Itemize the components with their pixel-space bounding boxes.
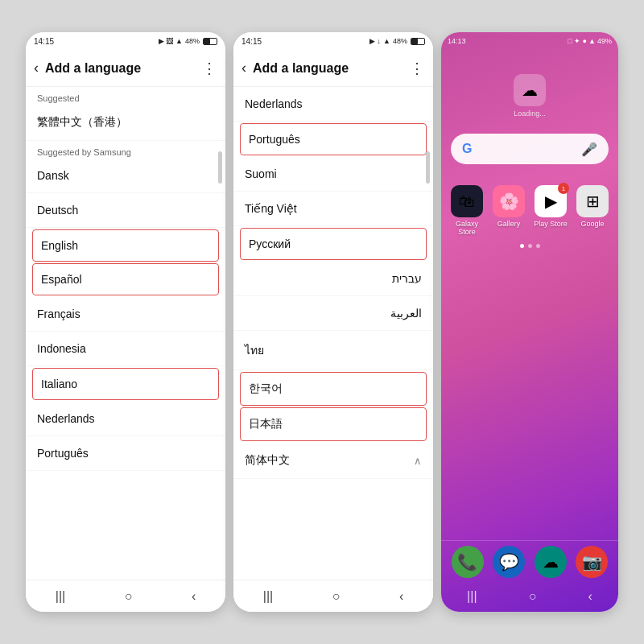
galaxy-store-icon: 🛍 (451, 185, 483, 217)
more-button-left[interactable]: ⋮ (202, 60, 217, 77)
lang-item-english[interactable]: English (32, 229, 219, 262)
page-title-left: Add a language (45, 61, 202, 76)
loading-label: Loading... (514, 109, 546, 118)
status-bar-right: 14:13 □ ✦ ● ▲ 49% (441, 32, 618, 50)
time-left: 14:15 (34, 37, 54, 46)
lang-item-arabic[interactable]: العربية (233, 296, 433, 331)
lang-item-italiano[interactable]: Italiano (32, 368, 219, 400)
signal-left: ▲ (175, 37, 183, 45)
google-label: Google (580, 220, 604, 228)
phone-left: 14:15 ▶ 🖼 ▲ 48% ‹ Add a language ⋮ Sugge… (26, 32, 225, 612)
lang-item-francais[interactable]: Français (26, 297, 225, 332)
lang-item-suomi[interactable]: Suomi (233, 157, 433, 192)
scroll-indicator-left[interactable] (218, 151, 222, 184)
app-play-store[interactable]: ▶ 1 Play Store (533, 185, 568, 236)
dot-1 (520, 244, 524, 248)
app-google[interactable]: ⊞ Google (575, 185, 610, 236)
language-list-middle: Nederlands Português Suomi Tiếng Việt Ру… (233, 87, 433, 580)
lang-item-espanol[interactable]: Español (32, 263, 219, 295)
nav-home-middle[interactable]: ○ (332, 589, 341, 604)
home-nav-menu[interactable]: ||| (467, 589, 477, 604)
signal-right: ▲ (588, 37, 596, 45)
phone-middle: 14:15 ▶ ↓ ▲ 48% ‹ Add a language ⋮ Neder… (233, 32, 433, 612)
header-left: ‹ Add a language ⋮ (26, 50, 225, 87)
play-store-label: Play Store (534, 220, 568, 228)
dock-messages[interactable]: 💬 (491, 546, 528, 578)
time-middle: 14:15 (242, 37, 262, 46)
loading-icon: ☁ (514, 74, 546, 106)
loading-widget: ☁ Loading... (514, 74, 546, 118)
section-suggested: Suggested (26, 87, 225, 105)
lang-item-portugues-left[interactable]: Português (26, 436, 225, 471)
phone-right: 14:13 □ ✦ ● ▲ 49% ☁ Loading... G 🎤 (441, 32, 618, 612)
nav-back-left[interactable]: ‹ (192, 589, 196, 604)
internet-icon: ☁ (535, 546, 567, 578)
section-samsung: Suggested by Samsung (26, 141, 225, 159)
mic-icon[interactable]: 🎤 (581, 142, 597, 157)
battery-bar-left (203, 38, 217, 45)
lang-item-russian[interactable]: Русский (240, 228, 427, 260)
page-dots (441, 244, 618, 248)
more-button-middle[interactable]: ⋮ (410, 60, 425, 77)
google-icon: ⊞ (576, 185, 609, 217)
back-button-left[interactable]: ‹ (34, 60, 39, 76)
language-list-left: Suggested 繁體中文（香港） Suggested by Samsung … (26, 87, 225, 580)
lang-item-deutsch[interactable]: Deutsch (26, 193, 225, 228)
home-nav-bar: ||| ○ ‹ (441, 581, 618, 612)
home-nav-back[interactable]: ‹ (588, 589, 592, 604)
lang-item-thai[interactable]: ไทย (233, 331, 433, 370)
gallery-icon: 🌸 (493, 185, 525, 217)
play-store-icon: ▶ 1 (535, 185, 567, 217)
status-bar-left: 14:15 ▶ 🖼 ▲ 48% (26, 32, 225, 50)
battery-pct-right: 49% (597, 37, 612, 45)
dot-3 (536, 244, 540, 248)
dot-2 (528, 244, 532, 248)
lang-item-nederlands-mid[interactable]: Nederlands (233, 87, 433, 122)
gallery-label: Gallery (497, 220, 521, 228)
scroll-indicator-middle[interactable] (426, 151, 430, 184)
app-grid: 🛍 Galaxy Store 🌸 Gallery ▶ 1 Play Store … (441, 172, 618, 241)
dock-internet[interactable]: ☁ (532, 546, 569, 578)
nav-bar-left: ||| ○ ‹ (26, 580, 225, 612)
header-middle: ‹ Add a language ⋮ (233, 50, 433, 87)
page-title-middle: Add a language (253, 61, 410, 76)
time-right: 14:13 (448, 37, 466, 45)
lang-item-hebrew[interactable]: עברית (233, 262, 433, 296)
lang-item-indonesia[interactable]: Indonesia (26, 332, 225, 366)
dock: 📞 💬 ☁ 📷 (441, 540, 618, 581)
icons-right: □ ✦ ● (568, 37, 587, 45)
dock-camera[interactable]: 📷 (574, 546, 611, 578)
icons-left: ▶ 🖼 (159, 37, 174, 45)
battery-bar-middle (411, 38, 425, 45)
lang-item-dansk[interactable]: Dansk (26, 159, 225, 193)
lang-item-chinese-hk[interactable]: 繁體中文（香港） (26, 105, 225, 141)
signal-middle: ▲ (383, 37, 390, 45)
camera-icon: 📷 (576, 546, 608, 578)
home-screen: 14:13 □ ✦ ● ▲ 49% ☁ Loading... G 🎤 (441, 32, 618, 612)
battery-pct-middle: 48% (393, 37, 407, 45)
nav-bar-middle: ||| ○ ‹ (233, 580, 433, 612)
search-bar[interactable]: G 🎤 (451, 134, 609, 164)
back-button-middle[interactable]: ‹ (242, 60, 246, 76)
phone-icon: 📞 (452, 546, 484, 578)
status-bar-middle: 14:15 ▶ ↓ ▲ 48% (233, 32, 433, 50)
lang-item-japanese[interactable]: 日本語 (240, 407, 427, 441)
messages-icon: 💬 (493, 546, 525, 578)
lang-item-portugues-mid[interactable]: Português (240, 123, 427, 155)
nav-home-left[interactable]: ○ (125, 589, 133, 604)
lang-item-chinese-simplified[interactable]: 简体中文 ∧ (233, 443, 433, 479)
lang-item-korean[interactable]: 한국어 (240, 372, 427, 406)
play-store-badge: 1 (558, 183, 569, 194)
app-galaxy-store[interactable]: 🛍 Galaxy Store (449, 185, 485, 236)
nav-back-middle[interactable]: ‹ (399, 589, 403, 604)
dock-phone[interactable]: 📞 (449, 546, 486, 578)
lang-item-nederlands-left[interactable]: Nederlands (26, 402, 225, 436)
galaxy-store-label: Galaxy Store (449, 220, 485, 236)
icons-middle: ▶ ↓ (369, 37, 381, 45)
nav-menu-left[interactable]: ||| (56, 589, 65, 604)
nav-menu-middle[interactable]: ||| (263, 589, 273, 604)
lang-item-tieng-viet[interactable]: Tiếng Việt (233, 192, 433, 226)
google-g-icon: G (462, 142, 472, 156)
home-nav-home[interactable]: ○ (529, 589, 537, 604)
app-gallery[interactable]: 🌸 Gallery (491, 185, 526, 236)
